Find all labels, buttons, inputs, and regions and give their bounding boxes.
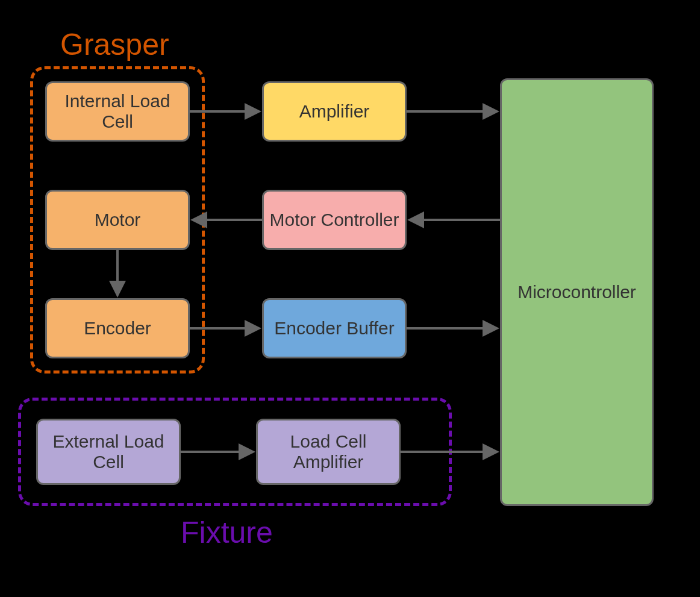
motor-controller-block: Motor Controller — [262, 190, 407, 250]
microcontroller-block: Microcontroller — [500, 78, 654, 506]
grasper-group-label: Grasper — [60, 27, 169, 62]
encoder-block: Encoder — [45, 298, 190, 358]
diagram-canvas: Grasper Fixture Internal Load Cell Motor… — [0, 0, 700, 597]
amplifier-block: Amplifier — [262, 81, 407, 142]
load-cell-amplifier-block: Load Cell Amplifier — [256, 419, 401, 485]
encoder-buffer-block: Encoder Buffer — [262, 298, 407, 358]
motor-block: Motor — [45, 190, 190, 250]
fixture-group-label: Fixture — [181, 515, 273, 550]
internal-load-cell-block: Internal Load Cell — [45, 81, 190, 142]
external-load-cell-block: External Load Cell — [36, 419, 181, 485]
